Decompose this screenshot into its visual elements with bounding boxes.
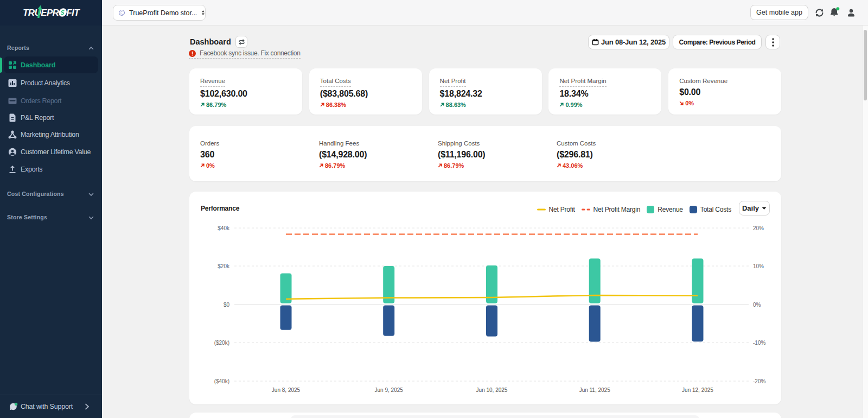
svg-text:-20%: -20% xyxy=(753,378,765,384)
svg-text:10%: 10% xyxy=(753,263,764,269)
svg-text:Jun 11, 2025: Jun 11, 2025 xyxy=(579,387,611,393)
svg-text:Jun 10, 2025: Jun 10, 2025 xyxy=(476,387,508,393)
svg-text:$40k: $40k xyxy=(218,225,230,231)
svg-text:Jun 12, 2025: Jun 12, 2025 xyxy=(682,387,713,393)
svg-text:Jun 9, 2025: Jun 9, 2025 xyxy=(375,387,404,393)
svg-text:($20k): ($20k) xyxy=(214,340,229,346)
svg-text:($40k): ($40k) xyxy=(214,378,229,384)
svg-text:Jun 8, 2025: Jun 8, 2025 xyxy=(272,387,301,393)
svg-text:0%: 0% xyxy=(753,302,761,308)
svg-text:$20k: $20k xyxy=(218,263,230,269)
svg-text:20%: 20% xyxy=(753,225,764,231)
svg-text:-10%: -10% xyxy=(753,340,765,346)
svg-text:$0: $0 xyxy=(224,302,230,308)
